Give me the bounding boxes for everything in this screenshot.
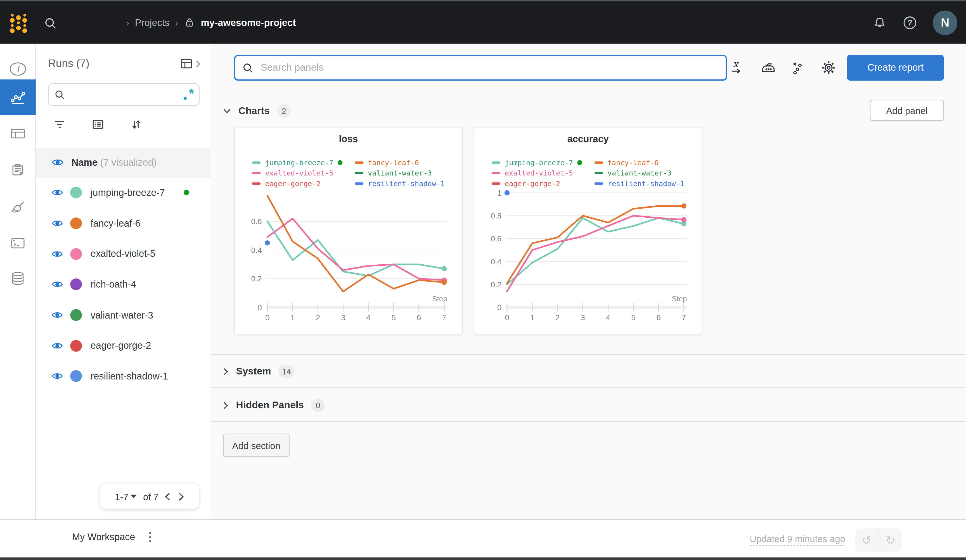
svg-text:7: 7 bbox=[442, 313, 446, 322]
hidden-panels-section-label: Hidden Panels bbox=[236, 400, 304, 411]
visibility-eye-icon[interactable] bbox=[52, 310, 63, 320]
panel-loss-chart[interactable]: loss jumping-breeze-7fancy-leaf-6exalted… bbox=[234, 127, 463, 335]
charts-section-label: Charts bbox=[238, 105, 270, 117]
wandb-logo[interactable] bbox=[7, 11, 30, 34]
database-icon bbox=[9, 270, 26, 287]
legend-color-dash bbox=[252, 172, 261, 174]
x-axis-settings-icon[interactable]: x bbox=[731, 60, 746, 76]
run-row[interactable]: resilient-shadow-1 bbox=[36, 361, 211, 392]
rail-logs-tab[interactable] bbox=[0, 225, 36, 261]
legend-run-name: valiant-water-3 bbox=[368, 169, 432, 177]
run-name[interactable]: fancy-leaf-6 bbox=[90, 218, 140, 229]
pagination-range-dropdown[interactable]: 1-7 bbox=[115, 491, 137, 502]
section-divider bbox=[211, 354, 966, 355]
workspace-footer: My Workspace ⋮ Updated 9 minutes ago ↺ ↻ bbox=[0, 519, 966, 557]
run-row[interactable]: exalted-violet-5 bbox=[36, 239, 211, 269]
run-row[interactable]: fancy-leaf-6 bbox=[36, 208, 211, 239]
visibility-eye-icon[interactable] bbox=[52, 372, 63, 381]
panel-search-input[interactable] bbox=[260, 61, 720, 74]
run-color-dot bbox=[70, 248, 82, 260]
runs-search-input[interactable] bbox=[70, 89, 183, 100]
rail-runs-table-tab[interactable] bbox=[0, 116, 36, 151]
legend-item[interactable]: resilient-shadow-1 bbox=[355, 179, 445, 188]
run-name[interactable]: jumping-breeze-7 bbox=[90, 187, 165, 199]
window-edge bbox=[0, 557, 966, 560]
outliers-icon[interactable] bbox=[791, 60, 806, 76]
sort-icon[interactable] bbox=[130, 118, 143, 131]
run-name[interactable]: rich-oath-4 bbox=[90, 279, 136, 290]
legend-item[interactable]: eager-gorge-2 bbox=[492, 179, 583, 188]
legend-item[interactable]: exalted-violet-5 bbox=[252, 169, 343, 177]
svg-text:Step: Step bbox=[432, 294, 447, 303]
legend-item[interactable]: eager-gorge-2 bbox=[252, 179, 343, 188]
settings-gear-icon[interactable] bbox=[821, 60, 836, 76]
legend-item[interactable]: valiant-water-3 bbox=[355, 169, 445, 177]
workspace-menu-kebab-icon[interactable]: ⋮ bbox=[144, 530, 156, 544]
run-row[interactable]: valiant-water-3 bbox=[36, 300, 211, 330]
info-icon: i bbox=[9, 61, 27, 77]
updated-timestamp[interactable]: Updated 9 minutes ago bbox=[750, 534, 845, 546]
svg-text:3: 3 bbox=[580, 313, 585, 322]
legend-item[interactable]: fancy-leaf-6 bbox=[595, 158, 684, 167]
create-report-button[interactable]: Create report bbox=[847, 55, 944, 81]
global-search-icon[interactable] bbox=[43, 16, 58, 31]
run-name[interactable]: eager-gorge-2 bbox=[90, 340, 151, 351]
notifications-bell-icon[interactable] bbox=[872, 15, 887, 30]
run-row[interactable]: rich-oath-4 bbox=[36, 269, 211, 300]
system-section-header[interactable]: System 14 bbox=[223, 365, 295, 378]
workspace-settings-icons: x bbox=[731, 55, 836, 81]
charts-section-header[interactable]: Charts 2 bbox=[223, 104, 291, 117]
breadcrumb-project-name[interactable]: my-awesome-project bbox=[201, 17, 296, 28]
filter-icon[interactable] bbox=[53, 118, 67, 131]
run-name[interactable]: resilient-shadow-1 bbox=[90, 371, 168, 382]
workspace-name[interactable]: My Workspace bbox=[72, 532, 135, 543]
undo-icon[interactable]: ↺ bbox=[855, 533, 878, 547]
run-name[interactable]: valiant-water-3 bbox=[90, 310, 153, 321]
run-name[interactable]: exalted-violet-5 bbox=[90, 248, 155, 259]
runs-list: jumping-breeze-7 fancy-leaf-6 exalted-vi… bbox=[36, 177, 211, 392]
svg-text:2: 2 bbox=[316, 313, 320, 322]
visibility-eye-icon[interactable] bbox=[52, 188, 63, 197]
runs-visualized-count: (7 visualized) bbox=[100, 157, 156, 167]
add-section-button[interactable]: Add section bbox=[223, 434, 289, 457]
legend-item[interactable]: resilient-shadow-1 bbox=[595, 179, 684, 188]
user-avatar[interactable]: N bbox=[933, 10, 957, 34]
visibility-all-eye-icon[interactable] bbox=[52, 158, 64, 167]
top-navbar: › Projects › my-awesome-project bbox=[0, 1, 966, 44]
expand-runs-table-button[interactable] bbox=[180, 57, 201, 70]
visibility-eye-icon[interactable] bbox=[52, 249, 63, 258]
pagination-prev-button[interactable] bbox=[164, 492, 171, 501]
app-window: › Projects › my-awesome-project bbox=[0, 0, 966, 560]
run-row[interactable]: jumping-breeze-7 bbox=[36, 177, 211, 208]
redo-icon[interactable]: ↻ bbox=[879, 533, 902, 547]
hidden-panels-section-header[interactable]: Hidden Panels 0 bbox=[223, 399, 325, 412]
rail-workspace-tab[interactable] bbox=[0, 79, 36, 115]
svg-text:4: 4 bbox=[366, 313, 370, 322]
visibility-eye-icon[interactable] bbox=[52, 341, 63, 350]
chevron-right-icon bbox=[223, 401, 228, 409]
pagination-next-button[interactable] bbox=[178, 492, 184, 501]
runs-list-header[interactable]: Name (7 visualized) bbox=[36, 148, 211, 177]
regex-toggle-icon[interactable]: * bbox=[183, 88, 194, 100]
visibility-eye-icon[interactable] bbox=[52, 280, 63, 289]
add-panel-button[interactable]: Add panel bbox=[870, 100, 944, 121]
smoothing-iron-icon[interactable] bbox=[760, 60, 776, 76]
legend-item[interactable]: exalted-violet-5 bbox=[492, 169, 583, 177]
help-icon[interactable]: ? bbox=[902, 15, 918, 30]
rail-jobs-tab[interactable] bbox=[0, 152, 36, 188]
legend-item[interactable]: fancy-leaf-6 bbox=[355, 158, 445, 167]
legend-item[interactable]: jumping-breeze-7 bbox=[492, 158, 583, 167]
visibility-eye-icon[interactable] bbox=[52, 219, 63, 228]
rail-sweeps-tab[interactable] bbox=[0, 190, 36, 225]
panel-accuracy-chart[interactable]: accuracy jumping-breeze-7fancy-leaf-6exa… bbox=[474, 127, 702, 335]
broom-icon bbox=[9, 199, 27, 216]
hidden-panels-count-badge: 0 bbox=[311, 399, 325, 412]
run-row[interactable]: eager-gorge-2 bbox=[36, 330, 211, 361]
rail-artifacts-tab[interactable] bbox=[0, 260, 36, 296]
breadcrumb-projects-link[interactable]: Projects bbox=[135, 17, 169, 28]
legend-item[interactable]: valiant-water-3 bbox=[595, 169, 684, 177]
svg-text:7: 7 bbox=[682, 313, 686, 322]
group-columns-icon[interactable] bbox=[91, 118, 105, 131]
history-buttons: ↺ ↻ bbox=[855, 529, 902, 552]
legend-item[interactable]: jumping-breeze-7 bbox=[252, 158, 343, 167]
